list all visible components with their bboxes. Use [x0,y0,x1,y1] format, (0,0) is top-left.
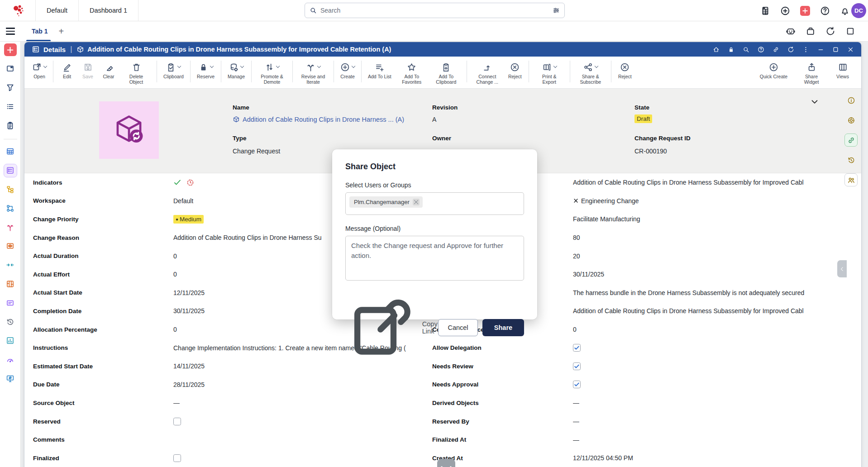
message-textarea[interactable]: Check the Change request and Approve for… [345,236,524,281]
copy-link-button[interactable]: Copy Link [345,291,438,365]
create-new-icon[interactable] [800,6,810,16]
left-sidebar [0,42,21,467]
refresh-tab-icon[interactable] [825,26,835,36]
add-icon [6,46,14,54]
sidebar-item-compare-view[interactable] [4,259,17,272]
sidebar-item-chart-view[interactable] [4,334,17,347]
toolbar-button-open[interactable]: Open [29,60,50,86]
close-window-icon[interactable] [847,46,854,53]
toolbar-button-share-subscribe[interactable]: Share & Subscribe [573,60,608,86]
sidebar-item-preview-view[interactable] [4,240,17,253]
toolbar-button-add-to-clipboard[interactable]: Add To Clipboard [429,60,463,86]
name-link[interactable]: Addition of Cable Routing Clips in Drone… [233,116,404,123]
search-input[interactable] [320,7,549,14]
remove-chip-icon[interactable] [413,199,420,205]
active-tab-underline [26,40,51,41]
toolbar-button-quick-create[interactable]: Quick Create [757,60,791,86]
sidebar-item-kanban-view[interactable] [4,278,17,291]
toolbar-button-connect-change[interactable]: Connect Change ... [470,60,505,86]
toolbar-button-promote-demote[interactable]: Promote & Demote [255,60,289,86]
search-settings-icon[interactable] [553,7,560,14]
quick-add-icon[interactable] [780,6,790,16]
lock-icon[interactable] [728,46,734,53]
maximize-window-icon[interactable] [832,46,839,53]
checkbox-checked[interactable] [573,381,581,388]
toolbar-button-save[interactable]: Save [77,60,98,86]
window-help-icon[interactable] [758,46,764,53]
users-groups-input[interactable]: Plm.Changemanager [345,192,524,215]
field-value: 28/11/2025 [173,381,205,388]
sidebar-item-quick-add[interactable] [4,43,17,56]
toolbar-button-add-to-list[interactable]: Add To List [365,60,395,86]
checkbox-checked[interactable] [573,344,581,352]
toolbar-button-add-to-favorites[interactable]: Add To Favorites [395,60,429,86]
scroll-down-pill[interactable] [437,459,455,467]
tab-bar: Tab 1 + [0,21,868,42]
menu-dashboard[interactable]: Dashboard 1 [79,0,138,21]
minimize-window-icon[interactable] [817,46,824,53]
tab-1[interactable]: Tab 1 [21,21,56,41]
hamburger-menu-icon[interactable] [0,28,21,35]
share-button[interactable]: Share [482,319,524,336]
chevron-down-icon [437,459,455,467]
toolbar-button-reserve[interactable]: Reserve [194,60,218,86]
window-refresh-icon[interactable] [787,46,794,53]
assistant-bot-icon[interactable] [786,26,796,36]
app-logo[interactable] [0,0,36,21]
checkbox-unchecked[interactable] [173,454,181,462]
panel-tab-collaboration-panel[interactable] [845,174,857,186]
avatar[interactable]: DC [851,3,866,18]
toolbar-button-edit[interactable]: Edit [57,60,77,86]
help-icon[interactable] [820,6,830,16]
field-value: — [173,399,180,406]
panel-tab-links-panel[interactable] [845,134,857,146]
restore-window-icon[interactable] [845,26,855,36]
sidebar-item-monitor-view[interactable] [4,372,17,385]
global-search[interactable] [305,3,565,18]
notifications-icon[interactable] [840,6,850,16]
toolbar-button-clear[interactable]: Clear [98,60,119,86]
toolbar-button-reject[interactable]: Reject [615,60,635,86]
sidebar-item-notes-view[interactable] [4,296,17,309]
sidebar-item-lifecycle-view[interactable] [4,221,17,234]
collapse-panel-tab[interactable] [837,260,847,277]
packages-icon[interactable] [806,26,816,36]
checkbox-checked[interactable] [573,362,581,370]
copy-item-link-icon[interactable] [773,46,779,53]
export-spreadsheet-icon[interactable] [760,6,770,16]
toolbar-button-views[interactable]: Views [832,60,853,86]
toolbar-button-print-export[interactable]: Print & Export [532,60,567,86]
collapse-header-chevron-icon[interactable] [810,97,820,107]
item-thumbnail[interactable] [99,101,159,159]
panel-tab-info-panel[interactable] [845,94,857,106]
menu-default[interactable]: Default [36,0,79,21]
toolbar-button-reject[interactable]: Reject [505,60,525,86]
more-options-icon[interactable] [802,46,809,53]
panel-tab-history-panel[interactable] [845,154,857,166]
window-search-icon[interactable] [743,46,749,53]
sidebar-item-windows[interactable] [4,62,17,75]
toolbar-button-revise-and-iterate[interactable]: Revise and Iterate [296,60,330,86]
sidebar-item-dashboard-view[interactable] [4,353,17,366]
sidebar-item-grid-view[interactable] [4,145,17,158]
cancel-button[interactable]: Cancel [438,319,478,336]
field-label: Source Object [33,400,173,406]
sidebar-item-workflow-view[interactable] [4,202,17,214]
sidebar-item-clipboard[interactable] [4,119,17,132]
toolbar-button-delete-object[interactable]: Delete Object [119,60,153,86]
toolbar-separator [292,61,293,82]
sidebar-item-details-view[interactable] [4,164,17,177]
panel-tab-where-used-panel[interactable] [845,114,857,126]
toolbar-button-create[interactable]: Create [337,60,358,86]
toolbar-button-share-widget[interactable]: Share Widget [794,60,829,86]
toolbar-button-clipboard[interactable]: Clipboard [160,60,187,86]
checkbox-unchecked[interactable] [173,418,181,425]
toolbar-button-manage[interactable]: Manage [224,60,248,86]
home-icon[interactable] [713,46,720,53]
sidebar-item-list[interactable] [4,100,17,113]
sidebar-item-structure-view[interactable] [4,183,17,196]
field-value: 0 [173,271,177,278]
sidebar-item-filter[interactable] [4,81,17,94]
add-tab-button[interactable]: + [56,26,67,37]
sidebar-item-history-view[interactable] [4,315,17,328]
